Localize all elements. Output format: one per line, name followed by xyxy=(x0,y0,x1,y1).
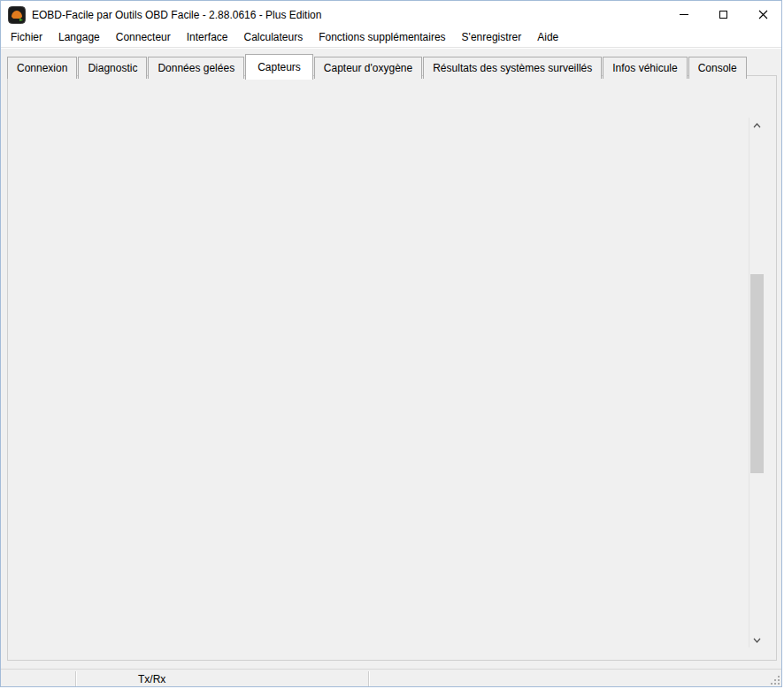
menu-item-fonctions-suppl-mentaires[interactable]: Fonctions supplémentaires xyxy=(311,28,453,47)
tab-console[interactable]: Console xyxy=(688,57,747,79)
status-separator xyxy=(368,671,369,687)
tab-connexion[interactable]: Connexion xyxy=(7,57,77,79)
app-window: EOBD-Facile par Outils OBD Facile - 2.88… xyxy=(0,0,782,687)
window-title: EOBD-Facile par Outils OBD Facile - 2.88… xyxy=(32,9,321,21)
resize-grip-icon[interactable] xyxy=(769,674,780,685)
scroll-up-button[interactable] xyxy=(749,118,765,133)
tab-r-sultats-des-syst-mes-surveill-s[interactable]: Résultats des systèmes surveillés xyxy=(423,57,602,79)
window-controls xyxy=(664,1,782,28)
close-icon xyxy=(758,10,768,19)
menu-item-interface[interactable]: Interface xyxy=(179,28,236,47)
menu-bar: FichierLangageConnecteurInterfaceCalcula… xyxy=(1,28,782,48)
chevron-up-icon xyxy=(753,123,761,128)
menu-item-aide[interactable]: Aide xyxy=(529,28,566,47)
capteurs-tab-panel xyxy=(7,75,777,661)
vertical-scrollbar[interactable] xyxy=(749,118,764,647)
tab-strip: ConnexionDiagnosticDonnées geléesCapteur… xyxy=(7,53,748,79)
minimize-icon xyxy=(680,14,688,15)
tab-diagnostic[interactable]: Diagnostic xyxy=(78,57,147,79)
tab-infos-v-hicule[interactable]: Infos véhicule xyxy=(603,57,687,79)
menu-item-connecteur[interactable]: Connecteur xyxy=(108,28,179,47)
menu-item-fichier[interactable]: Fichier xyxy=(3,28,50,47)
minimize-button[interactable] xyxy=(664,1,703,28)
scroll-down-button[interactable] xyxy=(749,632,765,647)
status-bar: Tx/Rx xyxy=(1,669,782,687)
maximize-button[interactable] xyxy=(703,1,743,28)
close-button[interactable] xyxy=(743,1,782,28)
status-separator xyxy=(75,671,76,687)
maximize-icon xyxy=(719,11,727,19)
menu-item-calculateurs[interactable]: Calculateurs xyxy=(235,28,311,47)
menu-item-s-enregistrer[interactable]: S'enregistrer xyxy=(454,28,530,47)
title-bar: EOBD-Facile par Outils OBD Facile - 2.88… xyxy=(1,1,782,28)
tab-capteur-d-oxyg-ne[interactable]: Capteur d'oxygène xyxy=(314,57,422,79)
menu-item-langage[interactable]: Langage xyxy=(50,28,108,47)
tab-donn-es-gel-es[interactable]: Données gelées xyxy=(148,57,244,79)
app-icon xyxy=(8,6,26,24)
scrollbar-thumb[interactable] xyxy=(750,274,764,473)
tab-capteurs[interactable]: Capteurs xyxy=(245,54,313,80)
status-txrx-label: Tx/Rx xyxy=(138,673,165,685)
chevron-down-icon xyxy=(753,638,761,643)
client-area: ConnexionDiagnosticDonnées geléesCapteur… xyxy=(1,49,782,687)
